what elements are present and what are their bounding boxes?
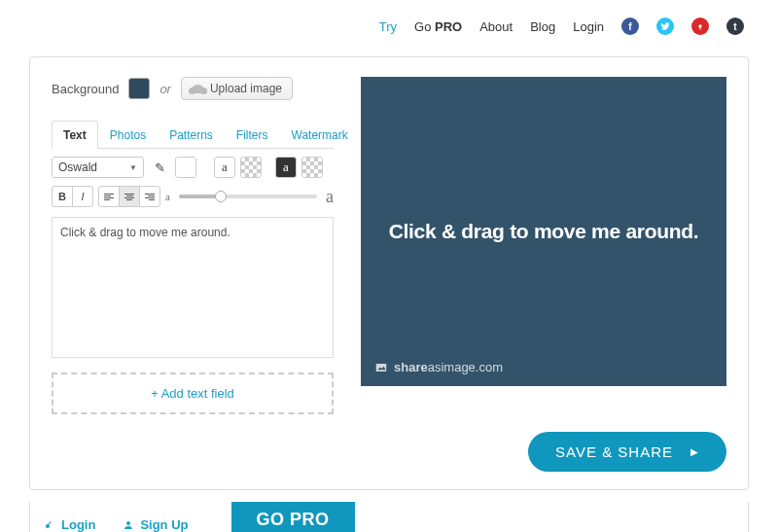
slider-thumb[interactable] [215,191,227,202]
toolbars: Oswald ▼ ✎ a a B I [52,157,334,207]
canvas-text[interactable]: Click & drag to move me around. [389,220,699,243]
background-label: Background [52,82,119,96]
align-right-button[interactable] [139,186,160,207]
tabs: Text Photos Patterns Filters Watermark [52,120,334,149]
user-icon [123,519,134,531]
go-pro-button[interactable]: GO PRO only $8 /mo [231,502,355,532]
add-text-field-button[interactable]: + Add text field [52,372,334,414]
text-color-swatch[interactable] [175,157,196,178]
svg-rect-1 [700,26,701,30]
style-group: B I [52,186,93,207]
nav-blog[interactable]: Blog [530,19,555,34]
bg-letter-2-alpha[interactable] [301,157,323,178]
text-input[interactable] [52,217,334,358]
tumblr-icon[interactable]: t [726,18,744,35]
bottom-bar: Login Sign Up GO PRO only $8 /mo [29,502,749,532]
left-panel: Background or Upload image Text Photos P… [52,77,334,414]
nav-login[interactable]: Login [573,19,604,34]
watermark-brand: shareasimage.com [374,360,503,374]
upload-image-button[interactable]: Upload image [181,77,293,100]
preview-canvas[interactable]: Click & drag to move me around. shareasi… [361,77,726,386]
chevron-down-icon: ▼ [129,163,137,172]
svg-rect-2 [376,363,387,371]
bg-letter-1[interactable]: a [214,157,235,178]
align-center-button[interactable] [119,186,140,207]
key-icon [44,519,55,531]
font-size-slider[interactable] [179,195,317,198]
right-panel: Click & drag to move me around. shareasi… [361,77,726,414]
bg-letter-2[interactable]: a [275,157,297,178]
tab-watermark[interactable]: Watermark [280,121,360,149]
tab-text[interactable]: Text [52,121,98,149]
twitter-icon[interactable] [656,18,674,35]
tab-patterns[interactable]: Patterns [158,121,225,149]
save-row: SAVE & SHARE ▶ [52,432,726,472]
align-group [98,186,160,207]
svg-rect-5 [48,521,52,525]
image-icon [374,361,388,374]
facebook-icon[interactable]: f [621,18,639,35]
align-center-icon [124,194,134,200]
nav-try[interactable]: Try [379,19,397,34]
align-left-button[interactable] [98,186,120,207]
pinterest-icon[interactable] [691,18,709,35]
bottom-login[interactable]: Login [30,502,109,532]
background-color-swatch[interactable] [128,78,150,99]
tab-filters[interactable]: Filters [225,121,280,149]
font-select[interactable]: Oswald ▼ [52,157,144,178]
size-large-label: a [326,187,334,207]
align-left-icon [104,194,114,200]
bottom-signup[interactable]: Sign Up [109,502,201,532]
eyedropper-button[interactable]: ✎ [149,157,170,178]
upload-icon [192,85,204,93]
bold-button[interactable]: B [52,186,73,207]
italic-button[interactable]: I [72,186,93,207]
nav-about[interactable]: About [479,19,513,34]
eyedropper-icon: ✎ [155,160,165,175]
top-nav: Try Go PRO About Blog Login f t [0,0,778,45]
background-row: Background or Upload image [52,77,334,100]
editor-card: Background or Upload image Text Photos P… [29,56,749,490]
size-small-label: a [165,191,170,202]
align-right-icon [145,194,155,200]
bg-letter-1-alpha[interactable] [240,157,262,178]
or-label: or [159,82,171,96]
svg-point-4 [46,524,50,528]
save-share-button[interactable]: SAVE & SHARE ▶ [528,432,726,472]
tab-photos[interactable]: Photos [98,121,158,149]
chevron-right-icon: ▶ [690,446,699,457]
nav-go-pro[interactable]: Go PRO [414,19,462,34]
svg-point-6 [126,521,130,525]
